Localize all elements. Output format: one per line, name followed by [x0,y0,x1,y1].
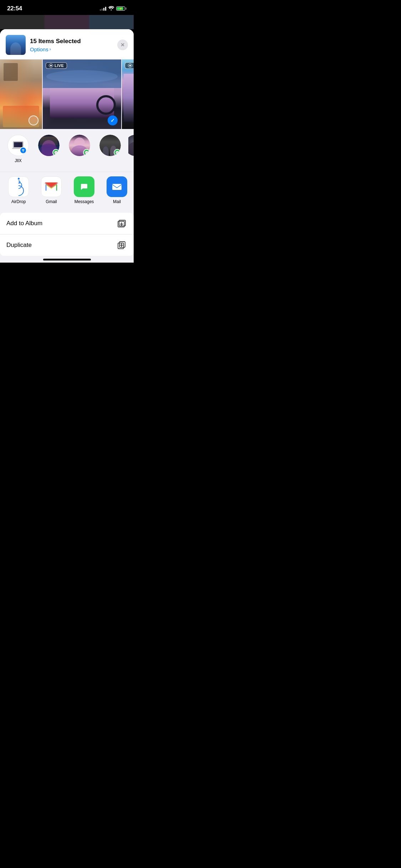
message-badge-1: 💬 [52,149,60,156]
duplicate-icon [116,239,127,251]
live-badge: LIVE [46,62,67,69]
app-item-mail[interactable]: Mail [104,176,130,204]
contact-avatar-4: 💬 [128,135,134,156]
photo-item-car2[interactable]: LIVE ✓ [122,60,134,129]
background-photos [0,15,134,29]
header-thumbnail [6,35,26,55]
contact-avatar-1: 💬 [38,135,60,156]
app-item-messages[interactable]: Messages [71,176,97,204]
svg-rect-3 [14,142,22,147]
contact-avatar-2: 💬 [69,135,90,156]
svg-rect-14 [119,242,125,247]
photo-item[interactable] [0,60,42,129]
app-icon-mail [107,176,127,197]
actions-list: Add to Album Duplicate [0,213,134,256]
select-circle-checked[interactable]: ✓ [108,115,118,125]
contact-item-4[interactable]: 💬 [128,135,134,163]
contact-item-airdrop[interactable]: JllX [6,135,31,163]
app-item-airdrop[interactable]: AirDrop [6,176,31,204]
contacts-row: JllX 💬 [0,129,134,169]
action-label-album: Add to Album [6,220,42,227]
contact-avatar-airdrop [7,135,29,156]
wifi-icon [108,6,114,11]
live-badge-2: LIVE [125,62,134,69]
app-name-mail: Mail [113,199,121,204]
chevron-right-icon: › [50,47,51,52]
contact-avatar-3: 💬 [99,135,121,156]
status-bar: 22:54 ⚡ [0,0,134,15]
airdrop-badge [20,147,27,154]
home-indicator [0,256,134,263]
photos-strip: LIVE ✓ LIVE ✓ [0,60,134,129]
svg-rect-13 [118,243,124,249]
header-info: 15 Items Selected Options › [30,37,113,52]
status-icons: ⚡ [100,6,127,11]
app-icon-gmail [41,176,62,197]
app-icon-messages [74,176,94,197]
status-time: 22:54 [7,5,22,12]
signal-icon [100,6,106,11]
action-label-duplicate: Duplicate [6,242,32,249]
app-item-gmail[interactable]: Gmail [38,176,64,204]
sheet-header: 15 Items Selected Options › ✕ [0,29,134,60]
contact-item-1[interactable]: 💬 [36,135,61,163]
message-badge-3: 💬 [114,149,121,156]
close-icon: ✕ [120,42,125,47]
message-badge-2: 💬 [83,149,90,156]
action-add-to-album[interactable]: Add to Album [0,213,134,234]
action-duplicate[interactable]: Duplicate [0,234,134,256]
contact-name-airdrop: JllX [15,158,21,163]
share-sheet: 15 Items Selected Options › ✕ [0,29,134,263]
app-name-messages: Messages [74,199,94,204]
battery-icon: ⚡ [116,6,127,11]
svg-rect-7 [112,184,122,190]
options-button[interactable]: Options › [30,46,113,52]
contact-item-2[interactable]: 💬 [67,135,92,163]
app-name-airdrop: AirDrop [11,199,26,204]
select-circle-unchecked[interactable] [29,115,38,125]
contact-item-3[interactable]: 💬 [98,135,123,163]
close-button[interactable]: ✕ [117,40,128,50]
apps-row: AirDrop Gmail [0,172,134,210]
add-to-album-icon [116,218,127,229]
home-bar [43,259,91,260]
items-selected-title: 15 Items Selected [30,37,113,45]
photo-item-car[interactable]: LIVE ✓ [43,60,121,129]
app-name-gmail: Gmail [46,199,57,204]
app-icon-airdrop [8,176,29,197]
